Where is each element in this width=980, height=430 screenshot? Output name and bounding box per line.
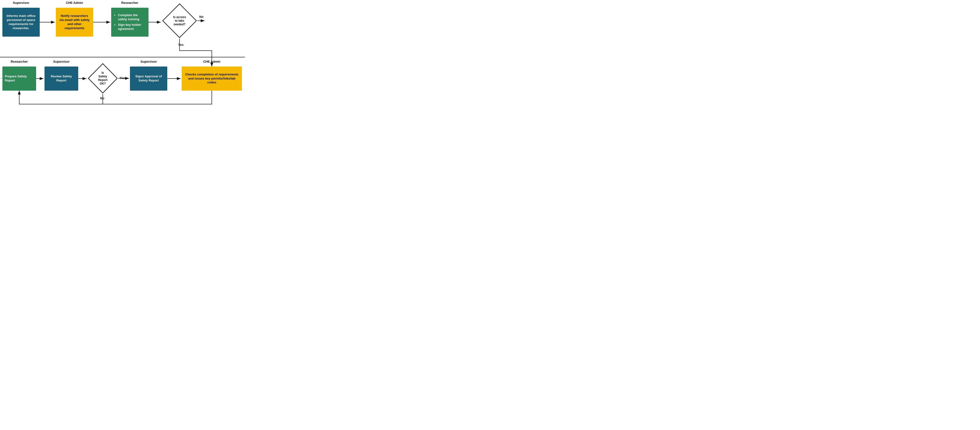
diamond-safety-no: No (100, 96, 104, 100)
diamond-access-yes: Yes (178, 43, 183, 46)
role-supervisor-2: Supervisor (45, 60, 78, 63)
role-cheadmin-1: CHE Admin (56, 1, 93, 5)
role-researcher-1: Researcher (111, 1, 148, 5)
box-supervisor-1: Informs main office personnel of space r… (2, 8, 40, 37)
box-supervisor-3-text: Signs Approval of Safety Report (132, 75, 165, 83)
diamond-safety-yes: Yes (119, 76, 125, 80)
diamond-safety-text: IsSafetyReportOK? (98, 71, 108, 86)
diamond-safety: IsSafetyReportOK? (88, 63, 118, 94)
role-supervisor-1: Supervisor (2, 1, 40, 5)
diamond-access-text: Is accessto labsneeded? (173, 16, 186, 26)
box-researcher-2: Prepare Safety Report (2, 67, 36, 91)
box-supervisor-3: Signs Approval of Safety Report (130, 67, 167, 91)
bullet-1: Complete the safety training (118, 13, 146, 21)
diamond-access-no: No (199, 15, 204, 19)
box-researcher-1: Complete the safety training Sign key ho… (111, 8, 148, 37)
researcher-bullets: Complete the safety training Sign key ho… (114, 13, 146, 31)
box-cheadmin-2: Checks completion of requirements and is… (182, 67, 242, 91)
role-researcher-2: Researcher (2, 60, 36, 63)
box-supervisor-2-text: Review Safety Report (47, 75, 76, 83)
box-supervisor-2: Review Safety Report (45, 67, 78, 91)
flowchart: Supervisor CHE Admin Researcher Informs … (0, 0, 245, 107)
bullet-2: Sign key holder agreement (118, 23, 146, 31)
box-researcher-2-text: Prepare Safety Report (5, 75, 34, 83)
role-supervisor-3: Supervisor (130, 60, 167, 63)
box-supervisor-1-text: Informs main office personnel of space r… (5, 14, 37, 30)
section-divider (0, 57, 245, 58)
role-cheadmin-2: CHE Admin (182, 60, 242, 63)
diamond-access: Is accessto labsneeded? (162, 3, 197, 38)
box-cheadmin-1-text: Notify researchers via email with safety… (58, 14, 91, 30)
box-cheadmin-1: Notify researchers via email with safety… (56, 8, 93, 37)
box-cheadmin-2-text: Checks completion of requirements and is… (184, 72, 239, 85)
